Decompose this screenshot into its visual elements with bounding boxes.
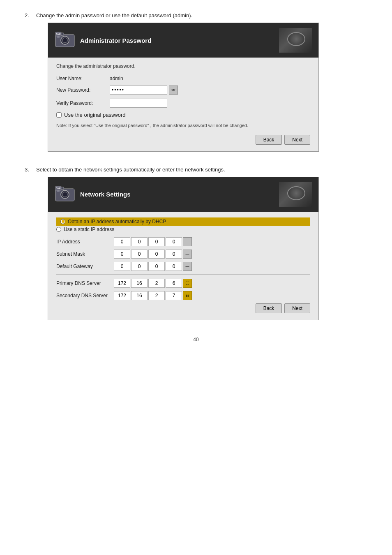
new-password-label: New Password:	[56, 87, 110, 93]
dhcp-radio-row[interactable]: Obtain an IP address automatically by DH…	[56, 217, 310, 226]
ip-address-row: IP Address ―	[56, 237, 310, 246]
primary-dns-octet3[interactable]	[148, 279, 165, 288]
secondary-dns-octet4[interactable]	[166, 291, 182, 300]
static-radio-row[interactable]: Use a static IP address	[56, 227, 310, 232]
ip-address-octet3[interactable]	[148, 237, 165, 246]
admin-next-button[interactable]: Next	[284, 135, 310, 145]
subnet-octet3[interactable]	[148, 250, 165, 259]
default-gateway-row: Default Gateway ―	[56, 262, 310, 271]
primary-dns-row: Primary DNS Server ☷	[56, 279, 310, 288]
subnet-increment-btn[interactable]: ―	[183, 250, 192, 259]
camera-preview-image-2	[279, 182, 312, 207]
admin-password-panel: CAM Administrator Password Change the ad…	[48, 23, 319, 152]
primary-dns-octet4[interactable]	[166, 279, 182, 288]
secondary-dns-octet2[interactable]	[131, 291, 148, 300]
new-password-input-group: 👁	[110, 86, 178, 95]
admin-panel-title: Administrator Password	[80, 37, 151, 44]
admin-panel-header-left: CAM Administrator Password	[55, 31, 151, 49]
secondary-dns-octet1[interactable]	[114, 291, 130, 300]
camera-logo-icon-2: CAM	[55, 185, 75, 204]
subnet-octet4[interactable]	[166, 250, 182, 259]
ip-address-label: IP Address	[56, 239, 114, 245]
new-password-field-row: New Password: 👁	[56, 86, 310, 95]
network-panel-title: Network Settings	[80, 191, 131, 198]
ip-address-increment-btn[interactable]: ―	[183, 237, 192, 246]
secondary-dns-octet3[interactable]	[148, 291, 165, 300]
verify-password-label: Verify Password:	[56, 100, 110, 106]
subnet-mask-inputs: ―	[114, 250, 192, 259]
svg-text:CAM: CAM	[56, 187, 60, 190]
static-radio-dot	[56, 227, 61, 232]
camera-logo-icon: CAM	[55, 31, 75, 49]
admin-panel-btn-row: Back Next	[56, 135, 310, 145]
step3-description: Select to obtain the network settings au…	[36, 166, 225, 173]
password-note: Note: If you select "Use the original pa…	[56, 122, 310, 129]
dhcp-radio-label: Obtain an IP address automatically by DH…	[68, 219, 166, 224]
network-settings-panel: CAM Network Settings Obtain an IP addres…	[48, 177, 319, 320]
ip-address-inputs: ―	[114, 237, 192, 246]
default-gateway-label: Default Gateway	[56, 264, 114, 269]
step2-number: 2.	[25, 12, 34, 18]
page-number: 40	[25, 337, 367, 342]
use-original-password-label: Use the original password	[64, 112, 126, 118]
ip-address-octet1[interactable]	[114, 237, 130, 246]
svg-text:CAM: CAM	[56, 33, 60, 35]
subnet-mask-label: Subnet Mask	[56, 251, 114, 257]
use-original-password-row: Use the original password	[56, 112, 310, 118]
primary-dns-octet1[interactable]	[114, 279, 130, 288]
network-panel-btn-row: Back Next	[56, 303, 310, 313]
static-radio-label: Use a static IP address	[64, 227, 114, 232]
new-password-input[interactable]	[110, 86, 167, 95]
network-panel-header-left: CAM Network Settings	[55, 185, 131, 204]
camera-logo-svg: CAM	[55, 31, 75, 49]
username-value: admin	[110, 76, 123, 81]
svg-point-2	[62, 38, 67, 43]
admin-panel-body: Change the administrator password. User …	[48, 58, 318, 151]
step3-row: 3. Select to obtain the network settings…	[25, 166, 367, 320]
secondary-dns-row: Secondary DNS Server ☷	[56, 291, 310, 300]
gateway-octet1[interactable]	[114, 262, 130, 271]
default-gateway-inputs: ―	[114, 262, 192, 271]
username-label: User Name:	[56, 76, 110, 81]
primary-dns-inputs: ☷	[114, 279, 192, 288]
network-divider	[56, 274, 310, 275]
network-next-button[interactable]: Next	[284, 303, 310, 313]
subnet-octet1[interactable]	[114, 250, 130, 259]
network-fields: IP Address ― Subnet Mask	[56, 237, 310, 300]
step2-description: Change the admin password or use the def…	[36, 12, 192, 18]
username-field-row: User Name: admin	[56, 76, 310, 81]
subnet-mask-row: Subnet Mask ―	[56, 250, 310, 259]
step2-row: 2. Change the admin password or use the …	[25, 12, 367, 152]
secondary-dns-inputs: ☷	[114, 291, 192, 300]
gateway-octet3[interactable]	[148, 262, 165, 271]
dhcp-radio-dot	[60, 219, 65, 224]
secondary-dns-btn[interactable]: ☷	[183, 291, 192, 300]
svg-point-9	[62, 192, 67, 197]
admin-panel-header: CAM Administrator Password	[48, 23, 318, 58]
svg-rect-4	[57, 36, 60, 38]
network-panel-body: Obtain an IP address automatically by DH…	[48, 212, 318, 320]
ip-address-octet2[interactable]	[131, 237, 148, 246]
network-panel-header: CAM Network Settings	[48, 177, 318, 212]
primary-dns-label: Primary DNS Server	[56, 280, 114, 286]
ip-address-octet4[interactable]	[166, 237, 182, 246]
network-back-button[interactable]: Back	[256, 303, 282, 313]
primary-dns-octet2[interactable]	[131, 279, 148, 288]
camera-preview-image	[279, 28, 312, 53]
primary-dns-btn[interactable]: ☷	[183, 279, 192, 288]
gateway-octet2[interactable]	[131, 262, 148, 271]
camera-logo-svg-2: CAM	[55, 185, 75, 204]
step3-number: 3.	[25, 166, 34, 173]
secondary-dns-label: Secondary DNS Server	[56, 293, 114, 298]
gateway-increment-btn[interactable]: ―	[183, 262, 192, 271]
verify-password-input[interactable]	[110, 99, 167, 108]
subnet-octet2[interactable]	[131, 250, 148, 259]
svg-rect-11	[57, 190, 60, 192]
admin-panel-subtitle: Change the administrator password.	[56, 63, 310, 69]
admin-back-button[interactable]: Back	[256, 135, 282, 145]
verify-password-field-row: Verify Password:	[56, 99, 310, 108]
gateway-octet4[interactable]	[166, 262, 182, 271]
new-password-toggle-btn[interactable]: 👁	[169, 86, 178, 95]
use-original-password-checkbox[interactable]	[56, 112, 62, 118]
